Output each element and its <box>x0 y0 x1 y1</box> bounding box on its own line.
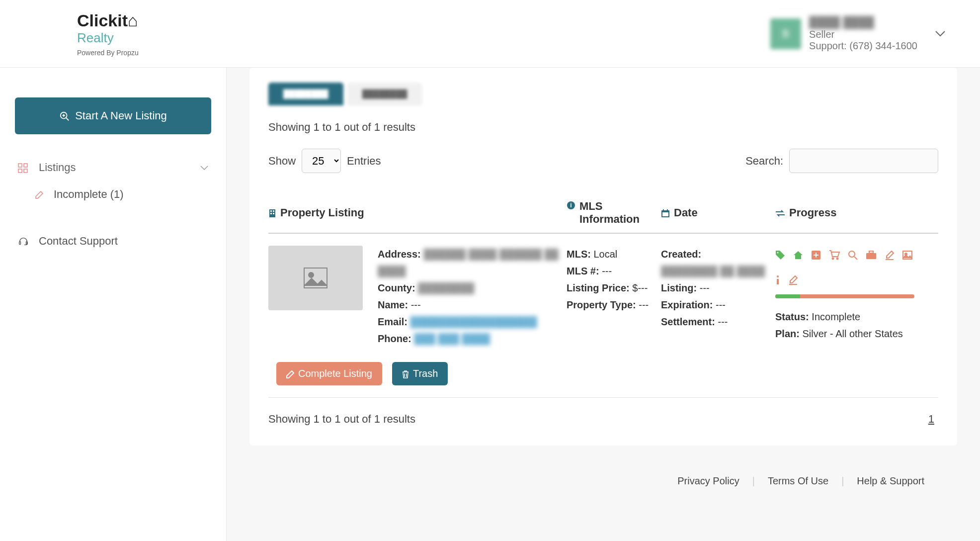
start-new-listing-button[interactable]: Start A New Listing <box>15 97 211 134</box>
footer-privacy[interactable]: Privacy Policy <box>664 475 752 487</box>
search-icon <box>848 246 858 263</box>
main-content: ████████ ████████ Showing 1 to 1 out of … <box>227 68 980 541</box>
results-summary-top: Showing 1 to 1 out of 1 results <box>268 121 938 134</box>
calendar-icon <box>661 208 670 218</box>
avatar: B <box>770 18 801 49</box>
listing-date-value: --- <box>700 282 710 293</box>
svg-point-27 <box>832 258 834 259</box>
property-details: Address: ██████ ████ ██████ ██ ████ Coun… <box>367 246 567 347</box>
tab-2[interactable]: ████████ <box>347 83 422 105</box>
complete-listing-button[interactable]: Complete Listing <box>276 362 382 385</box>
footer-help[interactable]: Help & Support <box>844 475 937 487</box>
listing-thumbnail <box>268 246 363 310</box>
edit-icon <box>286 368 294 379</box>
name-label: Name: <box>378 299 408 310</box>
mlsnum-value: --- <box>602 266 612 276</box>
search-input[interactable] <box>789 149 938 173</box>
table-header: Property Listing i MLS Information Date <box>268 193 938 234</box>
user-info: ████ ████ Seller Support: (678) 344-1600 <box>809 16 917 52</box>
sidebar-item-incomplete[interactable]: Incomplete (1) <box>15 181 211 208</box>
user-support: Support: (678) 344-1600 <box>809 40 917 52</box>
mlsnum-label: MLS #: <box>567 266 599 276</box>
svg-point-36 <box>777 275 779 277</box>
listings-card: ████████ ████████ Showing 1 to 1 out of … <box>249 68 957 446</box>
svg-line-30 <box>854 257 857 260</box>
building-icon <box>268 208 276 218</box>
grid-icon <box>18 161 29 174</box>
svg-rect-5 <box>24 164 27 167</box>
mls-value: Local <box>593 249 617 260</box>
complete-listing-label: Complete Listing <box>298 368 372 379</box>
logo-subtitle: Powered By Propzu <box>77 49 227 57</box>
footer-terms[interactable]: Terms Of Use <box>755 475 841 487</box>
house-icon: ⌂ <box>128 11 138 30</box>
tab-active[interactable]: ████████ <box>268 83 343 105</box>
document-icon <box>788 270 798 287</box>
svg-point-22 <box>309 272 314 277</box>
created-value: ████████ ██ ████ <box>661 263 775 279</box>
prop-type-value: --- <box>639 299 649 310</box>
table-controls: Show 25 Entries Search: <box>268 149 938 173</box>
svg-rect-11 <box>270 210 272 212</box>
edit-icon <box>885 246 895 263</box>
svg-text:i: i <box>570 202 572 209</box>
county-label: County: <box>378 282 415 293</box>
image-icon <box>902 246 912 263</box>
info-icon: i <box>567 200 575 210</box>
listing-date-label: Listing: <box>661 282 697 293</box>
user-menu[interactable]: B ████ ████ Seller Support: (678) 344-16… <box>770 16 960 52</box>
svg-point-28 <box>837 258 838 259</box>
svg-rect-4 <box>18 164 22 167</box>
tabs: ████████ ████████ <box>268 83 938 106</box>
page-1[interactable]: 1 <box>924 413 938 426</box>
sidebar-item-contact-support[interactable]: Contact Support <box>15 228 211 255</box>
status-value: Incomplete <box>812 311 860 322</box>
address-label: Address: <box>378 249 421 260</box>
chevron-down-icon <box>200 161 208 174</box>
svg-rect-8 <box>19 242 21 245</box>
home-icon <box>793 246 803 263</box>
entries-label: Entries <box>347 155 381 168</box>
contact-support-label: Contact Support <box>39 235 118 248</box>
cart-icon <box>829 246 840 263</box>
footer: Privacy Policy | Terms Of Use | Help & S… <box>249 465 957 497</box>
entries-select[interactable]: 25 <box>302 149 341 173</box>
svg-line-1 <box>66 118 69 121</box>
info-small-icon <box>775 270 780 287</box>
col-progress: Progress <box>789 206 836 219</box>
expiration-value: --- <box>716 299 726 310</box>
svg-rect-18 <box>662 212 668 216</box>
svg-rect-31 <box>866 253 876 259</box>
col-property: Property Listing <box>280 206 364 219</box>
svg-rect-10 <box>269 209 275 217</box>
sidebar-item-listings[interactable]: Listings <box>15 154 211 181</box>
pencil-icon <box>35 188 44 201</box>
plan-label: Plan: <box>775 328 800 339</box>
progress-bar <box>775 294 914 298</box>
logo: Clickit⌂ Realty Powered By Propzu <box>0 11 227 57</box>
svg-point-29 <box>849 251 855 257</box>
chevron-down-icon[interactable] <box>935 28 945 39</box>
plus-square-icon <box>811 246 821 263</box>
trash-label: Trash <box>413 368 438 379</box>
progress-fill <box>775 294 800 298</box>
mls-label: MLS: <box>567 249 591 260</box>
tag-icon <box>775 246 785 263</box>
created-label: Created: <box>661 249 701 260</box>
arrows-icon <box>775 208 785 218</box>
incomplete-label: Incomplete (1) <box>54 188 124 201</box>
expiration-label: Expiration: <box>661 299 713 310</box>
logo-text-1: Clickit <box>77 11 128 30</box>
new-listing-label: Start A New Listing <box>75 109 167 122</box>
trash-button[interactable]: Trash <box>392 362 448 385</box>
table-row: Address: ██████ ████ ██████ ██ ████ Coun… <box>268 234 938 357</box>
svg-rect-12 <box>273 210 274 212</box>
phone-value: ███ ███ ████ <box>414 333 490 344</box>
svg-rect-37 <box>777 279 779 284</box>
trash-icon <box>402 368 409 379</box>
svg-rect-32 <box>869 251 873 253</box>
row-actions: Complete Listing Trash <box>268 357 938 398</box>
plan-value: Silver - All other States <box>802 328 902 339</box>
settlement-value: --- <box>718 316 728 327</box>
search-label: Search: <box>745 155 783 168</box>
